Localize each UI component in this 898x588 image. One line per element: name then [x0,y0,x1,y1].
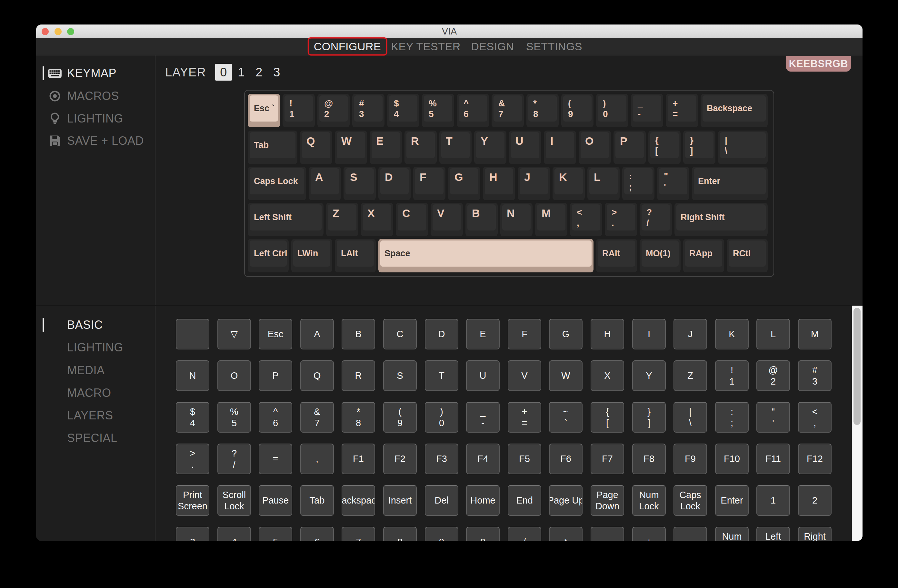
scrollbar-thumb[interactable] [853,308,861,425]
picker-key-8[interactable]: 8 [383,527,417,541]
keyboard-key-8[interactable]: *8 [526,94,559,127]
keyboard-key-k[interactable]: K [552,167,585,200]
picker-key-tab[interactable]: Tab [300,485,334,516]
keyboard-key-blank[interactable]: }] [683,130,715,164]
keyboard-key-z[interactable]: Z [326,203,358,236]
keyboard-key-6[interactable]: ^6 [457,94,489,127]
picker-key-blank[interactable]: _- [466,402,500,433]
picker-key-5[interactable]: %5 [217,402,251,433]
keyboard-key-blank[interactable]: >. [605,203,637,236]
keyboard-key-5[interactable]: %5 [422,94,454,127]
keyboard-key-4[interactable]: $4 [387,94,419,127]
picker-key-6[interactable]: ^6 [259,402,292,433]
picker-key-blank[interactable]: |\ [674,402,707,433]
keyboard-key-a[interactable]: A [309,167,341,200]
keyboard-key-w[interactable]: W [335,130,367,164]
layer-option-3[interactable]: 3 [268,64,285,81]
picker-key-u[interactable]: U [466,361,500,391]
keyboard-key-s[interactable]: S [343,167,376,200]
sidebar-item-macros[interactable]: MACROS [36,87,154,105]
picker-key-numlock[interactable]: NumLock [632,485,666,516]
picker-key-m[interactable]: M [798,319,832,350]
picker-key-esc[interactable]: Esc [259,319,292,350]
picker-key-f11[interactable]: F11 [757,444,790,474]
keyboard-key-blank[interactable]: ?/ [640,203,672,236]
keyboard-key-left-shift[interactable]: Left Shift [248,203,323,236]
picker-key-9[interactable]: 9 [425,527,458,541]
keyboard-key-l[interactable]: L [587,167,620,200]
tab-design[interactable]: DESIGN [471,40,514,53]
keyboard-key-p[interactable]: P [614,130,646,164]
picker-key-left[interactable]: Left [757,527,790,541]
picker-key-num[interactable]: Num [715,527,749,541]
keyboard-key-caps-lock[interactable]: Caps Lock [248,167,306,200]
keyboard-key-rapp[interactable]: RApp [683,239,724,272]
picker-key-blank[interactable]: ▽ [217,319,251,350]
picker-key-blank[interactable]: + [632,527,666,541]
keyboard-key-blank[interactable]: _- [631,94,663,127]
picker-key-blank[interactable]: = [259,444,292,474]
keyboard-key-u[interactable]: U [509,130,541,164]
picker-key-f8[interactable]: F8 [632,444,666,474]
picker-key-4[interactable]: $4 [176,402,209,433]
picker-key-z[interactable]: Z [674,361,707,391]
keyboard-key-esc[interactable]: Esc ` [248,94,280,127]
picker-key-1[interactable]: !1 [715,361,749,391]
picker-key-8[interactable]: *8 [341,402,375,433]
keyboard-key-q[interactable]: Q [300,130,332,164]
keyboard-key-lalt[interactable]: LAlt [335,239,376,272]
picker-key-a[interactable]: A [300,319,334,350]
picker-key-f4[interactable]: F4 [466,444,500,474]
picker-key-h[interactable]: H [590,319,624,350]
picker-category-special[interactable]: SPECIAL [36,429,154,447]
keyboard-key-9[interactable]: (9 [561,94,594,127]
keyboard-key-d[interactable]: D [378,167,411,200]
keyboard-key-n[interactable]: N [500,203,532,236]
picker-key-printscreen[interactable]: PrintScreen [176,485,209,516]
picker-key-y[interactable]: Y [632,361,666,391]
layer-option-2[interactable]: 2 [251,64,268,81]
picker-category-layers[interactable]: LAYERS [36,406,154,425]
picker-key-f6[interactable]: F6 [549,444,583,474]
keyboard-key-x[interactable]: X [361,203,393,236]
picker-category-lighting[interactable]: LIGHTING [36,338,154,357]
picker-key-c[interactable]: C [383,319,417,350]
picker-key-2[interactable]: @2 [757,361,790,391]
keyboard-key-0[interactable]: )0 [596,94,628,127]
picker-key-home[interactable]: Home [466,485,500,516]
keyboard-key-v[interactable]: V [431,203,463,236]
keyboard-key-blank[interactable]: :; [622,167,655,200]
picker-key-page-up[interactable]: Page Up [549,485,583,516]
picker-key-blank[interactable]: <, [798,402,832,433]
picker-key-pagedown[interactable]: PageDown [590,485,624,516]
picker-key-9[interactable]: (9 [383,402,417,433]
keyboard-key-3[interactable]: #3 [352,94,384,127]
keyboard-key-left-ctrl[interactable]: Left Ctrl [248,239,289,272]
picker-key-backspace[interactable]: Backspace [341,485,375,516]
picker-key-blank[interactable]: += [508,402,541,433]
picker-category-media[interactable]: MEDIA [36,361,154,380]
picker-key-f7[interactable]: F7 [590,444,624,474]
keyboard-key-backspace[interactable]: Backspace [701,94,768,127]
keyboard-key-space[interactable]: Space [378,239,594,272]
picker-key-f10[interactable]: F10 [715,444,749,474]
picker-key-1[interactable]: 1 [757,485,790,516]
picker-key-e[interactable]: E [466,319,500,350]
picker-key-2[interactable]: 2 [798,485,832,516]
keyboard-key-c[interactable]: C [396,203,428,236]
picker-key-p[interactable]: P [259,361,292,391]
picker-key-0[interactable]: 0 [466,527,500,541]
keyboard-key-b[interactable]: B [466,203,498,236]
picker-key-6[interactable]: 6 [300,527,334,541]
layer-option-0[interactable]: 0 [215,64,232,81]
keyboard-key-mo-1[interactable]: MO(1) [640,239,681,272]
keyboard-key-j[interactable]: J [518,167,550,200]
keyboard-key-y[interactable]: Y [474,130,506,164]
keyboard-key-h[interactable]: H [483,167,515,200]
picker-key-5[interactable]: 5 [259,527,292,541]
picker-key-v[interactable]: V [508,361,541,391]
keyboard-key-m[interactable]: M [535,203,567,236]
sidebar-item-save-load[interactable]: SAVE + LOAD [36,132,154,150]
keyboard-key-e[interactable]: E [370,130,402,164]
keyboard-key-ralt[interactable]: RAlt [596,239,637,272]
